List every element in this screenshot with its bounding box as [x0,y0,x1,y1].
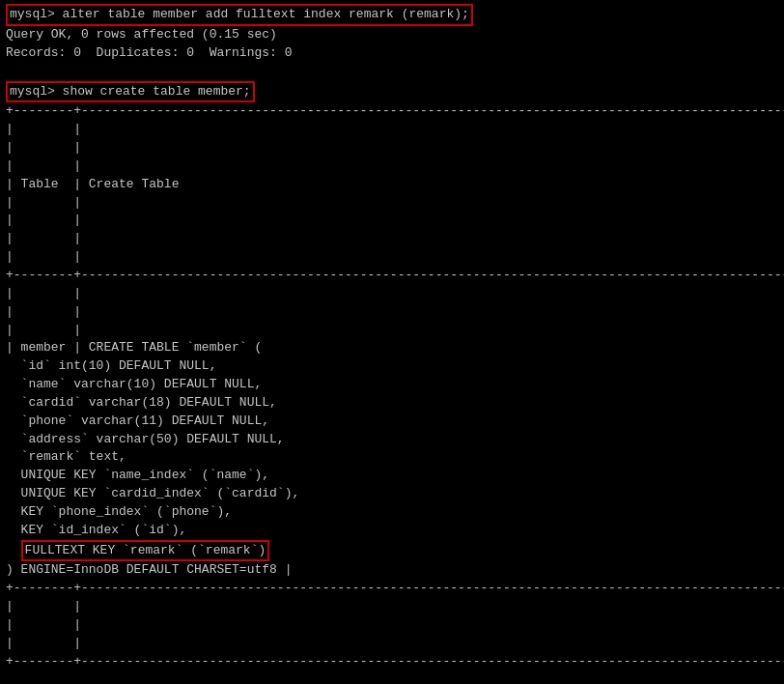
separator-8: | | | [6,248,778,267]
result-1: Query OK, 0 rows affected (0.15 sec) [6,26,778,44]
create-table-address: `address` varchar(50) DEFAULT NULL, [6,431,778,449]
separator-bottom-3: | | | [6,616,778,635]
create-table-id: `id` int(10) DEFAULT NULL, [6,357,778,376]
separator-bottom-1: +--------+------------------------------… [6,580,778,598]
result-2: Records: 0 Duplicates: 0 Warnings: 0 [6,44,778,63]
command-1-line: mysql> alter table member add fulltext i… [6,4,778,26]
separator-11: | | | [6,303,778,322]
command-1: mysql> alter table member add fulltext i… [6,4,473,26]
separator-12: | | + [6,322,778,340]
create-table-row-start: | member | CREATE TABLE `member` ( [6,339,778,357]
separator-bottom-4: | | | [6,635,778,653]
terminal: mysql> alter table member add fulltext i… [0,0,784,684]
create-table-unique-name: UNIQUE KEY `name_index` (`name`), [6,467,778,485]
create-table-key-phone: KEY `phone_index` (`phone`), [6,503,778,522]
separator-4: | | + [6,157,778,176]
command-2: mysql> show create table member; [6,81,255,103]
separator-3: | | | [6,139,778,157]
table-header: | Table | Create Table | [6,176,778,194]
create-table-remark: `remark` text, [6,448,778,467]
create-table-phone: `phone` varchar(11) DEFAULT NULL, [6,413,778,431]
create-table-unique-cardid: UNIQUE KEY `cardid_index` (`cardid`), [6,485,778,503]
create-table-name: `name` varchar(10) DEFAULT NULL, [6,376,778,394]
separator-9: +--------+------------------------------… [6,267,778,285]
command-2-line: mysql> show create table member; [6,81,778,103]
separator-10: | | | [6,285,778,303]
create-table-key-id: KEY `id_index` (`id`), [6,522,778,540]
separator-6: | | | [6,212,778,230]
fulltext-key: FULLTEXT KEY `remark` (`remark`) [21,540,270,562]
create-table-cardid: `cardid` varchar(18) DEFAULT NULL, [6,394,778,413]
separator-7: | | | [6,230,778,248]
separator-bottom-2: | | | [6,598,778,616]
fulltext-key-line: FULLTEXT KEY `remark` (`remark`) [6,540,778,562]
create-table-engine: ) ENGINE=InnoDB DEFAULT CHARSET=utf8 | [6,561,778,580]
separator-bottom-5: +--------+------------------------------… [6,653,778,671]
separator-1: +--------+------------------------------… [6,102,778,121]
separator-2: | | | [6,121,778,139]
separator-5: | | | [6,194,778,213]
